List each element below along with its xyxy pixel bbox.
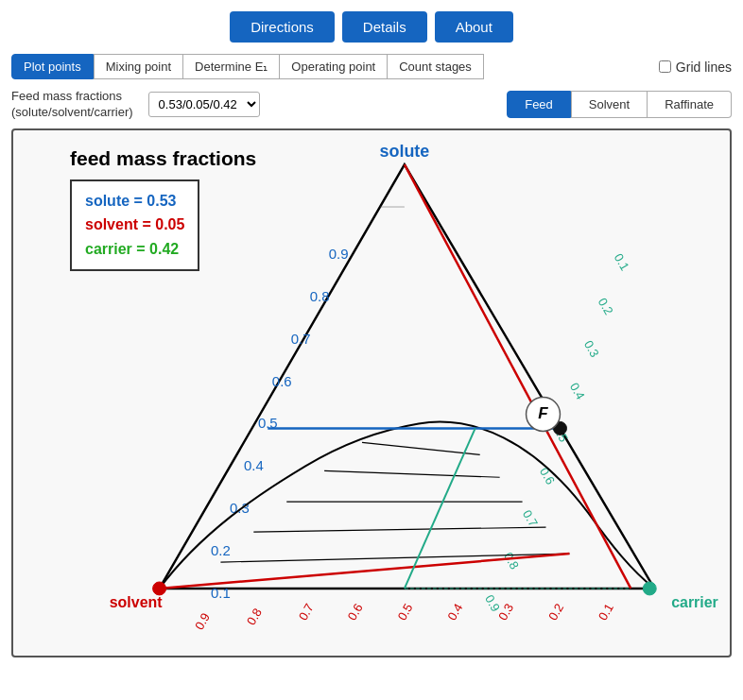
tab-operating-point[interactable]: Operating point xyxy=(280,54,388,79)
svg-text:0.3: 0.3 xyxy=(230,500,250,516)
svg-line-33 xyxy=(362,442,480,454)
chart-inner: feed mass fractions solute = 0.53 solven… xyxy=(13,130,730,656)
feed-stream-button[interactable]: Feed xyxy=(507,91,571,118)
stream-buttons: Feed Solvent Raffinate xyxy=(507,91,732,118)
chart-container: feed mass fractions solute = 0.53 solven… xyxy=(11,128,732,657)
svg-text:0.3: 0.3 xyxy=(581,337,602,359)
feed-label: Feed mass fractions xyxy=(11,89,133,105)
svg-text:0.8: 0.8 xyxy=(310,288,330,304)
svg-text:0.1: 0.1 xyxy=(211,585,231,601)
svg-line-34 xyxy=(405,164,631,589)
details-button[interactable]: Details xyxy=(342,11,427,43)
grid-lines-checkbox[interactable] xyxy=(659,60,671,73)
feed-select[interactable]: 0.53/0.05/0.42 0.60/0.10/0.30 0.40/0.05/… xyxy=(148,92,260,117)
directions-button[interactable]: Directions xyxy=(230,11,335,43)
svg-text:0.2: 0.2 xyxy=(211,542,231,558)
svg-text:0.6: 0.6 xyxy=(345,601,366,623)
controls-row: Feed mass fractions (solute/solvent/carr… xyxy=(0,85,743,128)
point-f-label: F xyxy=(538,404,548,422)
vertex-solute: solute xyxy=(379,142,429,161)
svg-text:0.1: 0.1 xyxy=(596,601,616,623)
vertex-carrier: carrier xyxy=(671,594,718,610)
svg-point-42 xyxy=(643,582,656,595)
svg-line-30 xyxy=(253,527,545,532)
tab-mixing-point[interactable]: Mixing point xyxy=(94,54,183,79)
svg-marker-0 xyxy=(160,164,655,589)
svg-text:0.2: 0.2 xyxy=(596,296,616,317)
svg-text:0.7: 0.7 xyxy=(296,601,317,623)
svg-text:0.1: 0.1 xyxy=(612,251,632,273)
svg-point-41 xyxy=(153,582,166,595)
tab-count-stages[interactable]: Count stages xyxy=(388,54,484,79)
svg-text:0.4: 0.4 xyxy=(244,457,264,473)
raffinate-stream-button[interactable]: Raffinate xyxy=(648,91,732,118)
svg-text:0.7: 0.7 xyxy=(291,330,311,346)
tab-plot-points[interactable]: Plot points xyxy=(11,54,94,79)
ternary-diagram: 0.1 0.2 0.3 0.4 0.5 0.6 0.7 0.8 0.9 0.1 … xyxy=(13,130,730,656)
svg-text:0.9: 0.9 xyxy=(192,610,213,632)
svg-text:0.2: 0.2 xyxy=(545,601,566,623)
svg-text:0.6: 0.6 xyxy=(272,372,292,388)
grid-lines-label: Grid lines xyxy=(659,60,732,75)
about-button[interactable]: About xyxy=(435,11,513,43)
tab-determine-e1[interactable]: Determine E₁ xyxy=(183,54,280,79)
solvent-stream-button[interactable]: Solvent xyxy=(571,91,648,118)
feed-label-group: Feed mass fractions (solute/solvent/carr… xyxy=(11,89,133,121)
grid-lines-text: Grid lines xyxy=(676,60,732,75)
svg-text:0.8: 0.8 xyxy=(501,550,522,572)
svg-text:0.9: 0.9 xyxy=(329,246,349,262)
svg-text:0.4: 0.4 xyxy=(567,380,588,401)
svg-text:0.4: 0.4 xyxy=(444,601,465,623)
svg-text:0.7: 0.7 xyxy=(520,507,541,529)
vertex-solvent: solvent xyxy=(110,594,163,610)
svg-text:0.8: 0.8 xyxy=(244,606,265,627)
svg-line-32 xyxy=(324,470,500,477)
feed-sublabel: (solute/solvent/carrier) xyxy=(11,105,133,121)
tab-bar: Plot points Mixing point Determine E₁ Op… xyxy=(0,54,743,79)
top-navigation: Directions Details About xyxy=(0,0,743,54)
svg-text:0.5: 0.5 xyxy=(395,601,416,623)
